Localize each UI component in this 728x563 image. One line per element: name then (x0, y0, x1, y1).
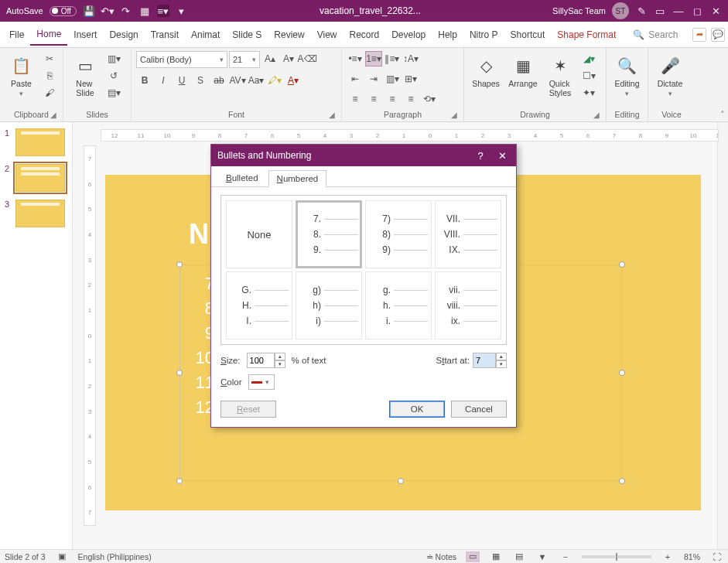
vertical-scrollbar[interactable] (717, 122, 728, 549)
zoom-slider[interactable] (582, 555, 651, 558)
section-icon[interactable]: ▤▾ (105, 85, 122, 101)
tab-help[interactable]: Help (432, 25, 463, 45)
zoom-out-icon[interactable]: − (559, 551, 572, 562)
start-at-input[interactable] (473, 353, 496, 368)
comments-icon[interactable]: 💬 (711, 28, 725, 42)
spacing-icon[interactable]: AV▾ (229, 73, 246, 88)
notes-toggle[interactable]: ≐ Notes (426, 552, 456, 561)
font-launcher[interactable]: ◢ (327, 111, 337, 120)
clear-format-icon[interactable]: A⌫ (299, 51, 316, 67)
reset-button[interactable]: Reset (220, 401, 276, 418)
shape-outline-icon[interactable]: ☐▾ (580, 68, 597, 84)
minimize-icon[interactable]: — (672, 5, 685, 17)
line-spacing-icon[interactable]: ‖≡▾ (384, 51, 401, 67)
zoom-level[interactable]: 81% (684, 552, 700, 561)
bold-icon[interactable]: B (136, 73, 153, 88)
numbering-style-option[interactable]: VII.VIII.IX. (435, 200, 501, 268)
tab-recording[interactable]: Record (343, 25, 386, 45)
numbering-style-option[interactable]: G.H.I. (226, 271, 292, 340)
tab-transitions[interactable]: Transit (145, 25, 185, 45)
resize-handle[interactable] (619, 478, 625, 484)
autosave-toggle[interactable]: Off (50, 6, 77, 16)
tab-view[interactable]: View (311, 25, 343, 45)
tab-review[interactable]: Review (268, 25, 310, 45)
cut-icon[interactable]: ✂ (41, 51, 58, 67)
reset-slide-icon[interactable]: ↺ (105, 68, 122, 84)
color-picker[interactable]: ▾ (248, 374, 275, 390)
save-icon[interactable]: 💾 (83, 5, 95, 17)
ribbon-mode-icon[interactable]: ▭ (654, 5, 666, 17)
shape-fill-icon[interactable]: ◢▾ (580, 51, 597, 67)
numbering-qat-icon[interactable]: ≡▾ (157, 5, 169, 17)
tab-numbered[interactable]: Numbered (268, 170, 327, 187)
bullets-icon[interactable]: •≡▾ (347, 51, 364, 67)
dictate-button[interactable]: 🎤Dictate▾ (653, 51, 687, 97)
font-size-combo[interactable]: 21▾ (229, 51, 260, 68)
arrange-button[interactable]: ▦Arrange (506, 51, 540, 88)
editing-button[interactable]: 🔍Editing▾ (611, 51, 643, 97)
layout-icon[interactable]: ▥▾ (105, 51, 122, 67)
shapes-button[interactable]: ◇Shapes (469, 51, 503, 88)
tab-bulleted[interactable]: Bulleted (217, 169, 267, 186)
align-left-icon[interactable]: ≡ (347, 91, 364, 107)
numbering-style-option[interactable]: 7.8.9. (296, 200, 362, 268)
cancel-button[interactable]: Cancel (451, 401, 507, 418)
size-spinner[interactable]: ▴▾ (247, 353, 285, 368)
text-direction-icon[interactable]: ↕A▾ (402, 51, 419, 67)
align-right-icon[interactable]: ≡ (384, 91, 401, 107)
columns-icon[interactable]: ▥▾ (384, 71, 401, 87)
drawing-launcher[interactable]: ◢ (592, 111, 601, 120)
qat-more-icon[interactable]: ▾ (176, 5, 188, 17)
numbering-style-option[interactable]: None (226, 200, 292, 268)
search-box[interactable]: 🔍Search (633, 29, 678, 40)
decrease-indent-icon[interactable]: ⇤ (347, 71, 364, 87)
justify-icon[interactable]: ≡ (402, 91, 419, 107)
resize-handle[interactable] (176, 370, 183, 376)
maximize-icon[interactable]: ◻ (691, 5, 703, 17)
status-language[interactable]: English (Philippines) (78, 552, 152, 561)
new-slide-button[interactable]: ▭ New Slide (68, 51, 102, 97)
start-at-spinner[interactable]: ▴▾ (473, 353, 507, 368)
spin-up-icon[interactable]: ▴ (275, 353, 285, 360)
resize-handle[interactable] (398, 478, 404, 484)
increase-indent-icon[interactable]: ⇥ (365, 71, 382, 87)
fit-window-icon[interactable]: ⛶ (709, 551, 723, 562)
shadow-icon[interactable]: S (192, 73, 209, 88)
thumb-2[interactable]: 2 (5, 164, 67, 192)
spin-down-icon[interactable]: ▾ (496, 360, 507, 368)
numbering-style-option[interactable]: 7)8)9) (365, 200, 432, 268)
resize-handle[interactable] (619, 261, 625, 268)
tab-home[interactable]: Home (30, 24, 67, 46)
user-avatar[interactable]: ST (612, 2, 629, 19)
tab-insert[interactable]: Insert (67, 25, 103, 45)
normal-view-icon[interactable]: ▭ (466, 551, 480, 562)
tab-design[interactable]: Design (103, 25, 144, 45)
vertical-ruler[interactable]: 765432101234567 (84, 145, 96, 526)
highlight-icon[interactable]: 🖍▾ (266, 73, 283, 88)
format-painter-icon[interactable]: 🖌 (41, 85, 58, 101)
shrink-font-icon[interactable]: A▾ (280, 51, 297, 67)
quick-styles-button[interactable]: ✶Quick Styles (543, 51, 577, 97)
size-input[interactable] (247, 353, 275, 368)
close-icon[interactable]: ✕ (494, 150, 510, 162)
strike-icon[interactable]: ab (210, 73, 227, 88)
case-icon[interactable]: Aa▾ (248, 73, 265, 88)
help-icon[interactable]: ? (473, 150, 488, 162)
font-name-combo[interactable]: Calibri (Body)▾ (136, 51, 227, 68)
align-text-icon[interactable]: ⊞▾ (402, 71, 419, 87)
tab-animations[interactable]: Animat (185, 25, 226, 45)
numbering-icon[interactable]: 1≡▾ (365, 51, 382, 67)
numbering-style-option[interactable]: g)h)i) (296, 271, 362, 340)
align-center-icon[interactable]: ≡ (365, 91, 382, 107)
share-icon[interactable]: ➦ (692, 28, 706, 42)
numbering-style-option[interactable]: vii.viii.ix. (435, 271, 501, 340)
resize-handle[interactable] (176, 478, 183, 484)
slideshow-view-icon[interactable]: ▼ (535, 551, 549, 562)
italic-icon[interactable]: I (155, 73, 172, 88)
resize-handle[interactable] (176, 261, 183, 268)
underline-icon[interactable]: U (173, 73, 190, 88)
tab-nitro[interactable]: Nitro P (463, 25, 504, 45)
tab-developer[interactable]: Develop (385, 25, 432, 45)
accessibility-icon[interactable]: ▣ (55, 551, 69, 562)
spin-down-icon[interactable]: ▾ (275, 360, 285, 368)
